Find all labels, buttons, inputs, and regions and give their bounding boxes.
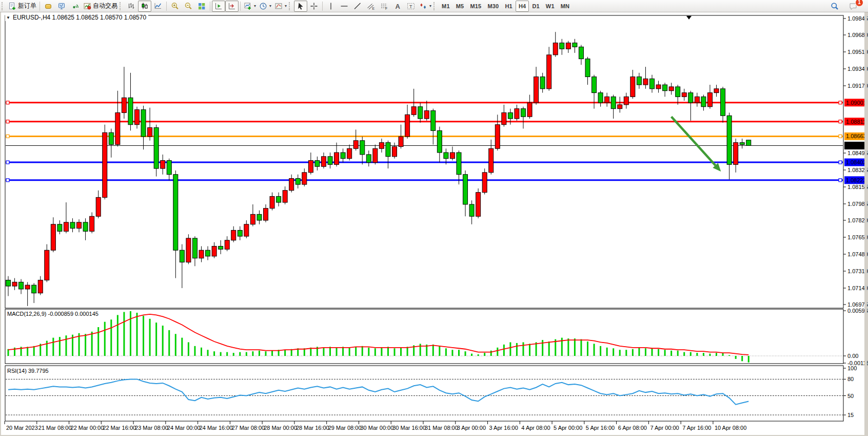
vertical-line-button[interactable] xyxy=(324,1,338,12)
zoom-out-button[interactable] xyxy=(182,1,195,12)
indicators-icon xyxy=(244,2,252,10)
text-button[interactable]: A xyxy=(391,1,404,12)
new-order-button-label: 新订单 xyxy=(18,2,36,10)
terminal-icon xyxy=(71,2,79,10)
candle-body xyxy=(167,161,171,175)
new-order-button[interactable]: 新订单 xyxy=(7,1,38,12)
candle-body xyxy=(463,175,468,204)
timeframe-button-m30[interactable]: M30 xyxy=(484,1,502,12)
candle-body xyxy=(199,250,204,258)
timeframe-button-h1[interactable]: H1 xyxy=(502,1,515,12)
candle-body xyxy=(585,59,590,77)
candle-body xyxy=(373,148,378,162)
market-watch-button[interactable] xyxy=(42,1,55,12)
time-tick-label: 29 Mar 08:00 xyxy=(328,425,362,431)
auto-scroll-button[interactable] xyxy=(212,1,225,12)
indicators-button[interactable]: ▾ xyxy=(242,1,258,12)
candle-body xyxy=(96,197,101,216)
candle-body xyxy=(592,77,597,93)
window-edge-strip xyxy=(864,12,867,436)
timeframe-button-m5[interactable]: M5 xyxy=(453,1,467,12)
chevron-down-icon: ▾ xyxy=(254,4,256,8)
rsi-axis-label: 100 xyxy=(847,365,857,371)
candle-body xyxy=(334,153,339,164)
crosshair-icon xyxy=(310,2,318,10)
toolbar-separator xyxy=(166,2,167,11)
bar-chart-button[interactable] xyxy=(125,1,138,12)
navigator-button[interactable] xyxy=(55,1,68,12)
time-tick-label: 7 Apr 16:00 xyxy=(682,425,711,431)
line-chart-button[interactable] xyxy=(151,1,165,12)
tile-windows-button[interactable] xyxy=(195,1,208,12)
zoom-in-button[interactable] xyxy=(168,1,182,12)
candle-body xyxy=(695,97,699,103)
label-button[interactable]: T xyxy=(404,1,418,12)
candle-body xyxy=(77,222,82,229)
chevron-down-icon: ▾ xyxy=(269,4,271,8)
channel-button[interactable]: E xyxy=(364,1,378,12)
candle-body xyxy=(669,87,674,91)
line-handle[interactable] xyxy=(6,135,9,138)
autotrading-button[interactable]: 自动交易 xyxy=(82,1,119,12)
line-handle[interactable] xyxy=(6,161,9,164)
line-handle[interactable] xyxy=(6,179,9,182)
label-icon: T xyxy=(407,2,415,10)
chart-area[interactable]: 1.098451.096801.095101.093401.091701.084… xyxy=(1,12,868,436)
candle-body xyxy=(624,97,628,105)
candle-body xyxy=(553,43,558,55)
candle-body xyxy=(128,98,133,124)
trendline-button[interactable] xyxy=(351,1,364,12)
line-handle[interactable] xyxy=(839,101,842,104)
candle-body xyxy=(122,98,126,112)
line-handle[interactable] xyxy=(6,101,9,104)
svg-text:1.08811: 1.08811 xyxy=(846,119,866,125)
timeframe-button-m15[interactable]: M15 xyxy=(467,1,484,12)
chart-candles-icon xyxy=(141,2,149,10)
candle-body xyxy=(141,110,146,137)
candle-body xyxy=(411,107,416,115)
candle-body xyxy=(148,128,152,137)
timeframe-button-m1[interactable]: M1 xyxy=(439,1,453,12)
time-tick-label: 30 Mar 00:00 xyxy=(360,425,393,431)
chart-shift-button[interactable] xyxy=(225,1,239,12)
candle-body xyxy=(328,157,332,165)
autotrading-button-label: 自动交易 xyxy=(93,2,117,10)
periods-button[interactable]: ▾ xyxy=(258,1,273,12)
time-tick-label: 28 Mar 00:00 xyxy=(264,425,297,431)
timeframe-button-h4[interactable]: H4 xyxy=(516,1,529,12)
arrows-button[interactable]: ▾ xyxy=(418,1,433,12)
candle-body xyxy=(180,250,184,262)
fibonacci-button[interactable]: F xyxy=(378,1,391,12)
notifications-button[interactable]: 1 xyxy=(846,1,860,12)
line-handle[interactable] xyxy=(839,161,842,164)
chart-line-icon xyxy=(154,2,162,10)
candle-body xyxy=(418,107,423,119)
clock-icon xyxy=(259,2,267,10)
candle-body xyxy=(489,148,494,173)
candle-body xyxy=(231,230,236,240)
candle-body xyxy=(701,97,706,106)
candle-body xyxy=(437,130,442,153)
search-button[interactable] xyxy=(828,1,841,12)
crosshair-button[interactable] xyxy=(307,1,321,12)
candle-body xyxy=(469,204,474,216)
line-handle[interactable] xyxy=(6,120,9,123)
timeframe-button-mn[interactable]: MN xyxy=(558,1,573,12)
candlestick-chart-button[interactable] xyxy=(138,1,151,12)
chart-dropdown-icon[interactable]: ▼ xyxy=(6,15,10,20)
line-handle[interactable] xyxy=(839,120,842,123)
line-handle[interactable] xyxy=(839,135,842,138)
candle-body xyxy=(302,173,307,184)
terminal-button[interactable] xyxy=(68,1,82,12)
line-handle[interactable] xyxy=(839,179,842,182)
cursor-button[interactable] xyxy=(294,1,307,12)
candle-body xyxy=(206,250,210,256)
rsi-label: RSI(14) 39.7795 xyxy=(7,368,49,374)
timeframe-button-w1[interactable]: W1 xyxy=(543,1,558,12)
zoom-in-icon xyxy=(171,2,179,10)
templates-button[interactable]: ▾ xyxy=(273,1,288,12)
horizontal-line-button[interactable] xyxy=(338,1,351,12)
candle-body xyxy=(225,240,229,249)
timeframe-button-d1[interactable]: D1 xyxy=(529,1,542,12)
candle-body xyxy=(611,97,616,108)
